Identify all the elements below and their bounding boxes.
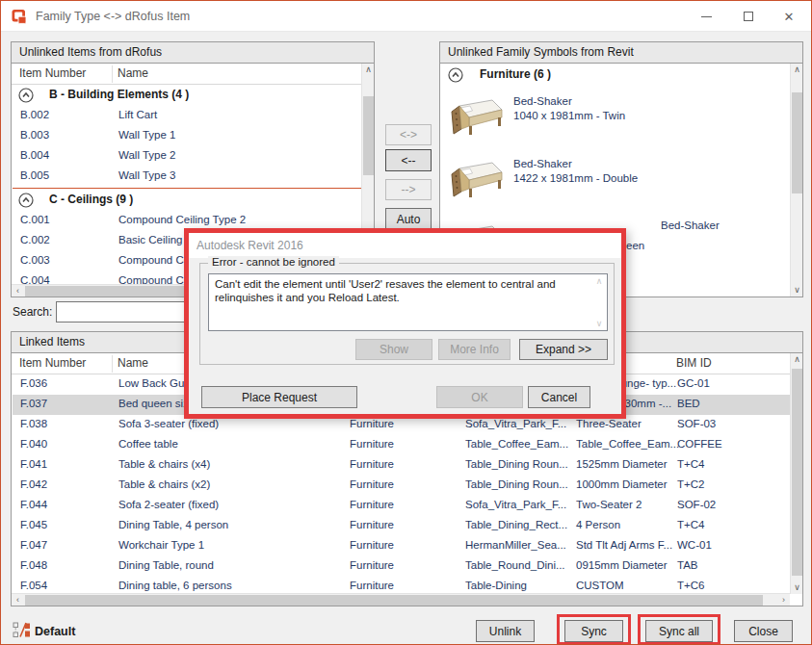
drofus-logo-icon bbox=[12, 9, 28, 25]
list-item[interactable]: B.005Wall Type 3 bbox=[13, 167, 362, 187]
group-label: B - Building Elements (4 ) bbox=[49, 88, 189, 101]
separator-line bbox=[13, 188, 362, 189]
column-divider bbox=[112, 355, 113, 373]
cell-name: Compound C bbox=[118, 274, 184, 284]
cell-bim-id: BED bbox=[677, 398, 700, 409]
scrollbar-thumb[interactable] bbox=[792, 369, 802, 576]
table-row[interactable]: F.044Sofa 2-seater (fixed)FurnitureSofa_… bbox=[13, 496, 790, 516]
table-row[interactable]: F.045Dining Table, 4 personFurnitureTabl… bbox=[13, 516, 790, 536]
link-both-button[interactable]: <-> bbox=[385, 124, 432, 145]
family-symbol-item[interactable]: Bed-Shaker1422 x 1981mm - Double bbox=[441, 153, 791, 215]
close-dialog-button[interactable]: Close bbox=[734, 620, 793, 642]
show-button[interactable]: Show bbox=[355, 339, 432, 360]
scroll-down-icon[interactable]: ∨ bbox=[791, 581, 803, 594]
auto-link-button[interactable]: Auto bbox=[385, 208, 432, 230]
minimize-icon bbox=[701, 16, 712, 17]
scroll-up-icon[interactable]: ∧ bbox=[362, 64, 375, 76]
scroll-up-icon[interactable]: ∧ bbox=[791, 353, 803, 366]
group-row[interactable]: B - Building Elements (4 ) bbox=[13, 85, 362, 106]
cell-type: Table_Coffee_Eam... bbox=[576, 438, 679, 450]
collapse-chevron-icon[interactable] bbox=[18, 193, 34, 208]
column-name[interactable]: Name bbox=[118, 66, 148, 80]
list-item[interactable]: B.002Lift Cart bbox=[13, 106, 362, 126]
column-item-number[interactable]: Item Number bbox=[19, 66, 86, 80]
cancel-button[interactable]: Cancel bbox=[528, 386, 590, 408]
right-vertical-scrollbar[interactable]: ∧ ∨ bbox=[790, 64, 802, 297]
family-name: Bed-Shaker bbox=[661, 219, 720, 231]
sync-button[interactable]: Sync bbox=[564, 620, 623, 642]
cell-bim-id: SOF-03 bbox=[677, 418, 716, 429]
link-right-button[interactable]: --> bbox=[385, 179, 432, 200]
cell-family: Table_Dining Roun... bbox=[465, 478, 568, 490]
list-item[interactable]: B.003Wall Type 1 bbox=[13, 126, 362, 146]
scrollbar-thumb[interactable] bbox=[25, 595, 763, 606]
error-groupbox-label: Error - cannot be ignored bbox=[208, 256, 339, 268]
ok-button[interactable]: OK bbox=[436, 386, 523, 408]
error-message-box[interactable]: Can't edit the element until 'User2' res… bbox=[208, 273, 608, 331]
linked-horizontal-scrollbar[interactable]: ‹ › bbox=[12, 593, 790, 606]
table-row[interactable]: F.054Dining table, 6 personsFurnitureTab… bbox=[13, 577, 790, 594]
cell-bim-id: GC-01 bbox=[677, 377, 710, 389]
cell-name: Wall Type 3 bbox=[118, 169, 175, 181]
cell-category: Furniture bbox=[350, 438, 394, 450]
column-divider bbox=[112, 65, 113, 83]
cell-name: Table & chairs (x4) bbox=[118, 458, 210, 470]
place-request-button[interactable]: Place Request bbox=[201, 386, 357, 408]
cell-item-number: F.040 bbox=[20, 438, 47, 450]
collapse-chevron-icon[interactable] bbox=[448, 67, 463, 83]
furniture-group-label: Furniture (6 ) bbox=[480, 67, 551, 81]
cell-item-number: B.005 bbox=[20, 169, 49, 181]
cell-type: 1000mm Diameter bbox=[576, 478, 668, 490]
family-name: Bed-Shaker bbox=[513, 95, 572, 107]
cell-name: Dining table, 6 persons bbox=[118, 580, 232, 591]
cell-item-number: F.041 bbox=[20, 458, 47, 470]
scroll-down-icon: ∨ bbox=[592, 318, 606, 329]
scroll-down-icon[interactable]: ∨ bbox=[791, 284, 803, 297]
cell-name: Compound Ceiling Type 2 bbox=[118, 214, 246, 225]
close-icon: ✕ bbox=[784, 10, 795, 24]
table-row[interactable]: F.047Workchair Type 1FurnitureHermanMill… bbox=[13, 536, 790, 556]
cell-name: Wall Type 1 bbox=[118, 129, 175, 141]
cell-category: Furniture bbox=[350, 478, 394, 490]
link-left-button[interactable]: <-- bbox=[385, 149, 432, 171]
column-bim-id[interactable]: BIM ID bbox=[676, 356, 712, 370]
scrollbar-thumb[interactable] bbox=[363, 96, 374, 175]
scrollbar-thumb[interactable] bbox=[792, 92, 802, 194]
sync-all-button[interactable]: Sync all bbox=[645, 620, 713, 642]
minimize-button[interactable] bbox=[690, 5, 722, 28]
column-name[interactable]: Name bbox=[118, 356, 148, 370]
error-message-text: Can't edit the element until 'User2' res… bbox=[215, 278, 556, 303]
linked-vertical-scrollbar[interactable]: ∧ ∨ bbox=[790, 353, 802, 594]
scroll-left-icon[interactable]: ‹ bbox=[12, 594, 24, 606]
column-item-number[interactable]: Item Number bbox=[19, 356, 86, 370]
scroll-up-icon[interactable]: ∧ bbox=[791, 64, 803, 76]
collapse-chevron-icon[interactable] bbox=[18, 88, 34, 103]
maximize-button[interactable] bbox=[732, 5, 765, 28]
cell-name: Coffee table bbox=[118, 438, 178, 450]
more-info-button[interactable]: More Info bbox=[438, 339, 511, 360]
table-row[interactable]: F.042Table & chairs (x2)FurnitureTable_D… bbox=[13, 476, 790, 496]
scroll-right-icon[interactable]: › bbox=[777, 594, 790, 606]
close-button[interactable]: ✕ bbox=[773, 5, 805, 28]
cell-name: Table & chairs (x2) bbox=[118, 478, 210, 490]
cell-name: Lift Cart bbox=[118, 109, 157, 120]
table-row[interactable]: F.040Coffee tableFurnitureTable_Coffee_E… bbox=[13, 435, 790, 455]
table-row[interactable]: F.048Dining Table, roundFurnitureTable_R… bbox=[13, 556, 790, 577]
bed-thumbnail-icon bbox=[448, 160, 504, 204]
group-row[interactable]: C - Ceilings (9 ) bbox=[13, 190, 362, 211]
family-symbol-item[interactable]: Bed-Shaker1040 x 1981mm - Twin bbox=[441, 90, 791, 152]
scroll-left-icon[interactable]: ‹ bbox=[12, 285, 24, 297]
cell-category: Furniture bbox=[350, 458, 394, 470]
type-name: 1422 x 1981mm - Double bbox=[513, 172, 638, 184]
list-item[interactable]: B.004Wall Type 2 bbox=[13, 146, 362, 167]
cell-category: Furniture bbox=[350, 580, 394, 591]
cell-name: Sofa 2-seater (fixed) bbox=[118, 499, 219, 510]
unlink-button[interactable]: Unlink bbox=[476, 620, 535, 642]
dialog-title: Autodesk Revit 2016 bbox=[196, 239, 303, 252]
cell-category: Furniture bbox=[350, 418, 394, 429]
expand-button[interactable]: Expand >> bbox=[519, 339, 608, 360]
cell-item-number: F.037 bbox=[20, 398, 47, 409]
cell-family: Table-Dining bbox=[465, 580, 527, 591]
table-row[interactable]: F.041Table & chairs (x4)FurnitureTable_D… bbox=[13, 455, 790, 476]
revit-error-dialog: Autodesk Revit 2016 Error - cannot be ig… bbox=[184, 228, 626, 419]
